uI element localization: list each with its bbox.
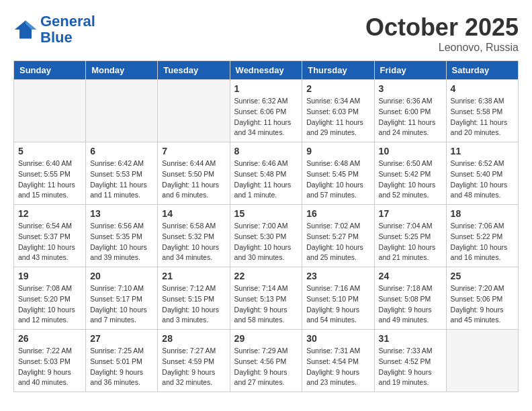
calendar-day: 14Sunrise: 6:58 AMSunset: 5:32 PMDayligh… (158, 205, 230, 267)
day-number: 22 (234, 271, 298, 281)
day-info: Sunrise: 6:34 AMSunset: 6:03 PMDaylight:… (306, 96, 369, 138)
day-info: Sunrise: 6:54 AMSunset: 5:37 PMDaylight:… (18, 221, 81, 263)
calendar-header-row: SundayMondayTuesdayWednesdayThursdayFrid… (14, 61, 519, 80)
day-number: 2 (306, 83, 369, 94)
day-info: Sunrise: 6:40 AMSunset: 5:55 PMDaylight:… (18, 158, 81, 201)
day-info: Sunrise: 7:22 AMSunset: 5:03 PMDaylight:… (18, 346, 81, 388)
calendar-day: 18Sunrise: 7:06 AMSunset: 5:22 PMDayligh… (446, 205, 518, 267)
day-number: 18 (451, 208, 514, 219)
day-number: 1 (234, 83, 298, 94)
day-info: Sunrise: 7:14 AMSunset: 5:13 PMDaylight:… (234, 283, 298, 326)
calendar-day: 5Sunrise: 6:40 AMSunset: 5:55 PMDaylight… (14, 142, 86, 205)
day-info: Sunrise: 6:56 AMSunset: 5:35 PMDaylight:… (90, 221, 153, 263)
calendar-day: 27Sunrise: 7:25 AMSunset: 5:01 PMDayligh… (86, 330, 158, 392)
calendar-day: 4Sunrise: 6:38 AMSunset: 5:58 PMDaylight… (446, 80, 518, 142)
calendar-day: 19Sunrise: 7:08 AMSunset: 5:20 PMDayligh… (14, 267, 86, 330)
day-number: 24 (379, 271, 442, 281)
day-info: Sunrise: 6:38 AMSunset: 5:58 PMDaylight:… (451, 96, 514, 138)
calendar-day: 16Sunrise: 7:02 AMSunset: 5:27 PMDayligh… (302, 205, 374, 267)
calendar-day (14, 80, 86, 142)
calendar-day: 11Sunrise: 6:52 AMSunset: 5:40 PMDayligh… (446, 142, 518, 205)
day-number: 28 (162, 333, 225, 344)
calendar-day: 23Sunrise: 7:16 AMSunset: 5:10 PMDayligh… (302, 267, 374, 330)
day-info: Sunrise: 7:16 AMSunset: 5:10 PMDaylight:… (306, 283, 369, 326)
day-info: Sunrise: 6:58 AMSunset: 5:32 PMDaylight:… (162, 221, 225, 263)
calendar-day: 25Sunrise: 7:20 AMSunset: 5:06 PMDayligh… (446, 267, 518, 330)
day-number: 5 (18, 146, 81, 156)
day-number: 10 (379, 146, 442, 156)
day-number: 20 (90, 271, 153, 281)
logo: General Blue (13, 13, 95, 46)
week-row-3: 12Sunrise: 6:54 AMSunset: 5:37 PMDayligh… (14, 205, 519, 267)
day-info: Sunrise: 6:50 AMSunset: 5:42 PMDaylight:… (379, 158, 442, 201)
day-number: 26 (18, 333, 81, 344)
day-info: Sunrise: 7:02 AMSunset: 5:27 PMDaylight:… (306, 221, 369, 263)
day-info: Sunrise: 7:27 AMSunset: 4:59 PMDaylight:… (162, 346, 225, 388)
calendar-header-monday: Monday (86, 61, 158, 80)
day-number: 7 (162, 146, 225, 156)
day-info: Sunrise: 7:00 AMSunset: 5:30 PMDaylight:… (234, 221, 298, 263)
calendar-day: 17Sunrise: 7:04 AMSunset: 5:25 PMDayligh… (374, 205, 446, 267)
day-info: Sunrise: 7:33 AMSunset: 4:52 PMDaylight:… (379, 346, 442, 388)
calendar-day (446, 330, 518, 392)
calendar-day: 24Sunrise: 7:18 AMSunset: 5:08 PMDayligh… (374, 267, 446, 330)
day-info: Sunrise: 6:36 AMSunset: 6:00 PMDaylight:… (379, 96, 442, 138)
month-info: October 2025 Leonovo, Russia (365, 13, 519, 54)
calendar-day: 20Sunrise: 7:10 AMSunset: 5:17 PMDayligh… (86, 267, 158, 330)
day-number: 6 (90, 146, 153, 156)
calendar-day: 7Sunrise: 6:44 AMSunset: 5:50 PMDaylight… (158, 142, 230, 205)
day-number: 31 (379, 333, 442, 344)
day-number: 11 (451, 146, 514, 156)
day-number: 4 (451, 83, 514, 94)
calendar-day: 21Sunrise: 7:12 AMSunset: 5:15 PMDayligh… (158, 267, 230, 330)
calendar-day: 13Sunrise: 6:56 AMSunset: 5:35 PMDayligh… (86, 205, 158, 267)
day-info: Sunrise: 7:25 AMSunset: 5:01 PMDaylight:… (90, 346, 153, 388)
calendar-day: 3Sunrise: 6:36 AMSunset: 6:00 PMDaylight… (374, 80, 446, 142)
calendar-day: 2Sunrise: 6:34 AMSunset: 6:03 PMDaylight… (302, 80, 374, 142)
location: Leonovo, Russia (365, 42, 519, 54)
calendar-day: 22Sunrise: 7:14 AMSunset: 5:13 PMDayligh… (230, 267, 302, 330)
day-number: 14 (162, 208, 225, 219)
calendar-day: 10Sunrise: 6:50 AMSunset: 5:42 PMDayligh… (374, 142, 446, 205)
day-number: 12 (18, 208, 81, 219)
calendar-header-thursday: Thursday (302, 61, 374, 80)
calendar-day: 9Sunrise: 6:48 AMSunset: 5:45 PMDaylight… (302, 142, 374, 205)
day-number: 17 (379, 208, 442, 219)
day-info: Sunrise: 7:18 AMSunset: 5:08 PMDaylight:… (379, 283, 442, 326)
calendar-header-friday: Friday (374, 61, 446, 80)
day-number: 30 (306, 333, 369, 344)
calendar-day: 31Sunrise: 7:33 AMSunset: 4:52 PMDayligh… (374, 330, 446, 392)
calendar-header-sunday: Sunday (14, 61, 86, 80)
calendar-day: 26Sunrise: 7:22 AMSunset: 5:03 PMDayligh… (14, 330, 86, 392)
calendar-day: 29Sunrise: 7:29 AMSunset: 4:56 PMDayligh… (230, 330, 302, 392)
calendar-header-tuesday: Tuesday (158, 61, 230, 80)
day-info: Sunrise: 7:06 AMSunset: 5:22 PMDaylight:… (451, 221, 514, 263)
day-info: Sunrise: 6:48 AMSunset: 5:45 PMDaylight:… (306, 158, 369, 201)
calendar-day: 28Sunrise: 7:27 AMSunset: 4:59 PMDayligh… (158, 330, 230, 392)
calendar-header-saturday: Saturday (446, 61, 518, 80)
day-number: 13 (90, 208, 153, 219)
day-number: 3 (379, 83, 442, 94)
calendar-day (158, 80, 230, 142)
day-number: 19 (18, 271, 81, 281)
day-number: 9 (306, 146, 369, 156)
day-info: Sunrise: 6:32 AMSunset: 6:06 PMDaylight:… (234, 96, 298, 138)
day-number: 23 (306, 271, 369, 281)
calendar-day: 30Sunrise: 7:31 AMSunset: 4:54 PMDayligh… (302, 330, 374, 392)
day-number: 25 (451, 271, 514, 281)
calendar-day: 12Sunrise: 6:54 AMSunset: 5:37 PMDayligh… (14, 205, 86, 267)
day-info: Sunrise: 7:12 AMSunset: 5:15 PMDaylight:… (162, 283, 225, 326)
calendar-day: 15Sunrise: 7:00 AMSunset: 5:30 PMDayligh… (230, 205, 302, 267)
day-info: Sunrise: 7:29 AMSunset: 4:56 PMDaylight:… (234, 346, 298, 388)
day-number: 16 (306, 208, 369, 219)
calendar-day: 1Sunrise: 6:32 AMSunset: 6:06 PMDaylight… (230, 80, 302, 142)
week-row-5: 26Sunrise: 7:22 AMSunset: 5:03 PMDayligh… (14, 330, 519, 392)
page-header: General Blue October 2025 Leonovo, Russi… (13, 13, 519, 54)
day-number: 21 (162, 271, 225, 281)
day-number: 15 (234, 208, 298, 219)
day-number: 8 (234, 146, 298, 156)
day-info: Sunrise: 6:42 AMSunset: 5:53 PMDaylight:… (90, 158, 153, 201)
calendar-header-wednesday: Wednesday (230, 61, 302, 80)
week-row-1: 1Sunrise: 6:32 AMSunset: 6:06 PMDaylight… (14, 80, 519, 142)
logo-text: General Blue (40, 13, 95, 46)
